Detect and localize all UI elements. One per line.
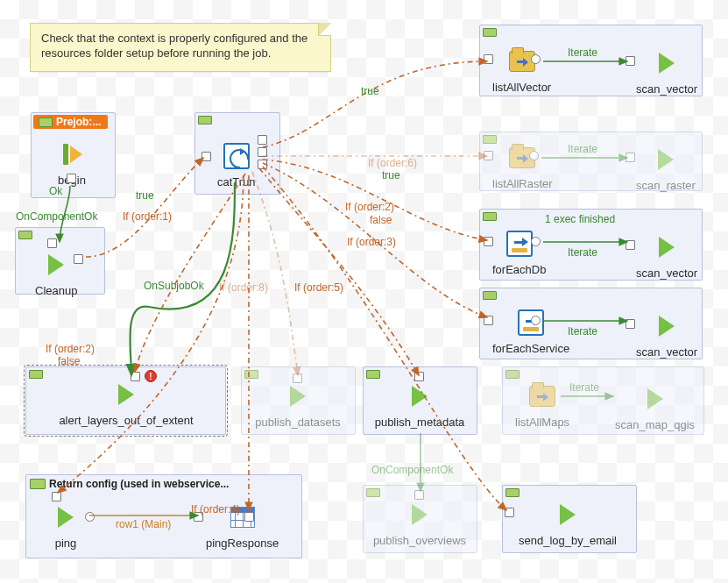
node-label: pingResponse: [206, 537, 279, 550]
play-icon: [658, 149, 674, 170]
svg-text:If (order:2): If (order:2): [345, 201, 394, 213]
port[interactable]: [484, 54, 493, 64]
port[interactable]: [293, 373, 302, 383]
node-foreachservice[interactable]: forEachService: [492, 305, 569, 355]
svg-text:true: true: [361, 85, 379, 97]
port[interactable]: [484, 151, 493, 160]
sticky-note[interactable]: Check that the context is properly confi…: [30, 23, 331, 72]
node-scan-vector3[interactable]: scan_vector: [636, 309, 697, 359]
node-publish-metadata[interactable]: publish_metadata: [374, 379, 465, 429]
node-sendlog[interactable]: send_log_by_email: [515, 497, 620, 547]
subjob-handle[interactable]: [29, 370, 43, 379]
port[interactable]: [626, 319, 635, 329]
subjob-handle[interactable]: [483, 212, 497, 221]
node-label: alert_layers_out_of_extent: [59, 414, 193, 427]
port[interactable]: [529, 151, 539, 160]
note-text: Check that the context is properly confi…: [41, 32, 307, 60]
node-cattrun[interactable]: catTrun: [217, 139, 256, 188]
subjob-handle[interactable]: [483, 291, 497, 300]
svg-text:If (order:3): If (order:3): [347, 236, 396, 248]
port[interactable]: [67, 174, 76, 183]
port[interactable]: [626, 153, 635, 162]
node-cleanup[interactable]: Cleanup: [35, 247, 77, 297]
port[interactable]: [85, 512, 95, 522]
svg-text:true: true: [136, 189, 154, 202]
port[interactable]: [531, 237, 541, 246]
play-icon: [560, 504, 576, 525]
svg-text:OnSubjobOk: OnSubjobOk: [144, 280, 205, 292]
node-ping[interactable]: ping: [48, 500, 83, 550]
node-label: send_log_by_email: [519, 534, 617, 547]
node-scan-vector[interactable]: scan_vector: [636, 46, 697, 96]
play-icon: [412, 386, 428, 407]
playbar-icon: [61, 142, 82, 167]
subjob-handle[interactable]: [244, 370, 258, 379]
subjob-handle[interactable]: [198, 116, 212, 124]
subjob-handle[interactable]: [366, 488, 380, 497]
play-icon: [659, 53, 675, 74]
port[interactable]: [505, 508, 514, 517]
subjob-handle[interactable]: [505, 488, 519, 497]
play-icon: [412, 504, 428, 525]
port[interactable]: [131, 372, 140, 381]
svg-text:If (order:6): If (order:6): [368, 157, 417, 169]
node-label: ping: [55, 537, 77, 550]
node-begin[interactable]: begin: [54, 137, 89, 187]
port[interactable]: [414, 490, 424, 500]
port[interactable]: [531, 316, 541, 325]
svg-text:true: true: [382, 169, 400, 181]
cycle-icon: [223, 143, 250, 169]
play-icon: [659, 237, 675, 258]
port[interactable]: [626, 56, 635, 66]
node-publish-overviews[interactable]: publish_overviews: [374, 497, 465, 547]
port[interactable]: [414, 372, 424, 381]
node-label: catTrun: [217, 175, 256, 188]
node-scan-map[interactable]: scan_map_qgis: [615, 381, 695, 431]
port[interactable]: [47, 238, 57, 248]
port[interactable]: [194, 512, 203, 522]
port[interactable]: [531, 54, 541, 64]
subjob-handle[interactable]: [505, 370, 519, 379]
subjob-handle[interactable]: [18, 231, 32, 239]
port[interactable]: [244, 512, 254, 522]
play-icon: [659, 316, 675, 337]
node-listallmaps[interactable]: listAllMaps: [515, 379, 569, 429]
node-foreachdb[interactable]: forEachDb: [492, 226, 546, 276]
node-alert[interactable]: alert_layers_out_of_extent !: [43, 377, 209, 427]
port[interactable]: [52, 492, 61, 501]
node-label: forEachService: [492, 342, 569, 355]
subjob-handle[interactable]: [366, 370, 380, 379]
node-listallvector[interactable]: listAllVector: [492, 44, 551, 94]
node-listallraster[interactable]: listAllRaster: [492, 140, 553, 190]
diagram-canvas[interactable]: Check that the context is properly confi…: [0, 0, 728, 583]
node-label: scan_vector: [636, 345, 697, 359]
subjob-handle[interactable]: [483, 28, 497, 37]
node-label: listAllRaster: [492, 177, 553, 190]
box-icon: [506, 231, 533, 257]
folder-icon: [529, 386, 555, 407]
node-label: publish_datasets: [255, 416, 341, 429]
svg-text:If (order:1): If (order:1): [123, 210, 172, 223]
node-label: listAllMaps: [515, 416, 569, 429]
play-icon: [48, 254, 64, 275]
svg-text:OnComponentOk: OnComponentOk: [16, 210, 98, 223]
subjob-title: Return config (used in webservice...: [28, 477, 234, 491]
node-label: publish_overviews: [373, 534, 466, 547]
port[interactable]: [258, 147, 267, 157]
node-label: scan_map_qgis: [615, 418, 695, 431]
svg-text:If (order:5): If (order:5): [294, 281, 343, 294]
port[interactable]: [201, 152, 211, 161]
svg-text:If (order:2): If (order:2): [46, 343, 95, 355]
node-label: scan_vector: [636, 82, 697, 96]
port[interactable]: [258, 135, 267, 145]
port[interactable]: [484, 237, 493, 246]
port[interactable]: [626, 240, 635, 250]
svg-text:false: false: [58, 355, 81, 367]
node-publish-datasets[interactable]: publish_datasets: [254, 379, 342, 429]
port[interactable]: [74, 254, 83, 264]
node-pingresponse[interactable]: pingResponse: [206, 500, 279, 550]
node-scan-vector2[interactable]: scan_vector: [636, 230, 697, 280]
node-scan-raster[interactable]: scan_raster: [636, 142, 696, 192]
port[interactable]: [484, 316, 493, 325]
port[interactable]: [258, 160, 267, 169]
